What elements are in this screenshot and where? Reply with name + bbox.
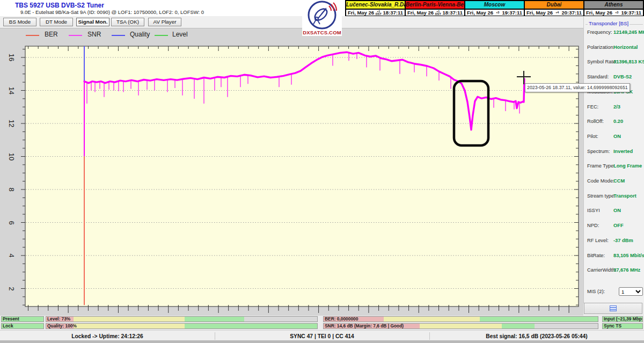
field-value: Long Frame [613,163,642,169]
legend-line-level [155,35,168,36]
clock-date: Fri, May 26 [467,10,493,16]
transponder-row-fec: FEC:2/3 [584,104,644,112]
satellite-dish-icon [307,1,337,30]
dxsatcs-logo: DXSATCS.COM [302,0,342,36]
clock-city-label: Dubai [525,1,583,9]
field-label: RF Level: [587,238,609,243]
status-bar: Locked -> Uptime: 24:12:26 SYNC 47 | TEI… [0,330,644,343]
lock-indicator: Lock [1,323,44,329]
tab-dt-mode[interactable]: DT Mode [40,18,73,26]
field-value: OFF [613,223,624,228]
field-label: Polarization: [587,45,614,50]
transponder-row-spectrum: Spectrum:Inverted [584,149,644,156]
tab-signal-mon-[interactable]: Signal Mon. [76,18,109,26]
clock-time: Fri, May 26+1DST18:37:11 [406,9,464,16]
field-label: RollOff: [587,119,604,124]
transponder-row-rolloff: RollOff:0.20 [584,119,644,126]
field-value: ON [613,208,621,213]
clock-date: Fri, May 26 [526,10,553,16]
signal-meters: PresentLockLevel: 73%Quality: 100%BER: 0… [0,316,644,330]
clock-time: Fri, May 26+1DST18:37:11 [346,9,405,16]
legend-line-ber [26,35,39,36]
sync-status: SYNC 47 | TEI 0 | CC 414 [215,332,429,341]
snr-bar: SNR: 14,6 dB (Margin: 7,6 dB | Good) [323,323,598,329]
logo-text: DXSATCS.COM [302,30,342,35]
legend-label-level: Level [172,31,188,39]
clock-city-label: Berlin-Paris-Vienna-Belgrade [406,1,464,9]
snr-plot-area[interactable] [25,46,579,315]
transponder-header: Transponder [BS] [588,20,630,26]
value-tooltip: 2023-05-26 18.37.11, value: 14,699999809… [525,83,630,92]
field-label: Frame Type: [587,163,615,169]
clock-hms: 18:37:11 [383,10,403,16]
timezone-offset: +1DST [435,10,441,15]
field-value: Transport [613,193,636,199]
clock-time: Fri, May 26+319:37:11 [465,9,524,16]
transponder-row-npd: NPD:OFF [584,223,644,230]
field-label: CarrierWidth: [587,267,617,273]
field-label: Code Mode: [587,178,614,184]
clock-column: Berlin-Paris-Vienna-BelgradeFri, May 26+… [405,1,464,16]
tab-bs-mode[interactable]: BS Mode [3,18,36,26]
field-label: BitRate: [587,253,605,258]
legend-label-snr: SNR [87,31,101,39]
legend-line-snr [69,35,82,36]
window-title: TBS 5927 USB DVB-S2 Tuner [15,2,104,9]
field-value: CCM [613,178,625,184]
clock-date: Fri, May 26 [407,10,434,16]
clock-date: Fri, May 26 [348,10,374,16]
quality-bar: Quality: 100% [46,323,318,329]
y-tick-label: 16 [7,49,16,65]
y-tick-label: 4 [7,247,16,264]
transponder-row-streamtype: Stream type:Transport [584,193,644,201]
transponder-row-frequency: Frequency:12149,245 MHz [584,30,644,37]
stream-list-button[interactable] [584,303,642,314]
world-clocks: Lučenec-Slovakia_R.DávidFri, May 26+1DST… [345,0,644,17]
y-tick-label: 14 [7,83,16,99]
field-value: 37,676 MHz [613,267,640,273]
field-value: Inverted [613,149,633,154]
field-value: 0.20 [613,119,623,124]
field-label: Standard: [587,74,609,79]
field-value: Horizontal [613,45,638,50]
transponder-row-pilot: Pilot:ON [584,134,644,141]
clock-time: Fri, May 26+420:37:11 [525,9,583,16]
timezone-offset: +4 [555,11,559,14]
clock-hms: 20:37:11 [561,10,582,16]
tab-tsa-ok-[interactable]: TSA (OK) [111,18,144,26]
tab-bar: BS ModeDT ModeSignal Mon.TSA (OK)AV Play… [0,16,583,28]
tab-av-player[interactable]: AV Player [148,18,181,26]
timezone-offset: +3 [496,11,499,14]
mis-dropdown[interactable]: 1 [619,287,643,296]
clock-time: Fri, May 26+319:37:11 [584,9,643,16]
list-icon [610,305,617,311]
transponder-row-standard: Standard:DVB-S2 [584,74,644,82]
clock-column: DubaiFri, May 26+420:37:11 [524,1,583,16]
y-tick-label: 6 [7,215,16,231]
clock-city-label: Lučenec-Slovakia_R.Dávid [346,1,405,9]
transponder-sidebar: Transponder [BS] Frequency:12149,245 MHz… [583,16,644,303]
transponder-row-carrierwidth: CarrierWidth:37,676 MHz [584,267,644,275]
field-value: ON [613,134,621,139]
clock-column: Lučenec-Slovakia_R.DávidFri, May 26+1DST… [346,1,405,16]
mis-label: MIS (2): [587,289,605,294]
input-indicator: Input (~21,39 Mbps) [602,316,643,322]
transponder-row-issyi: ISSYION [584,208,644,215]
timezone-offset: +1DST [376,10,382,15]
transponder-row-codemode: Code Mode:CCM [584,178,644,186]
field-label: Spectrum: [587,149,610,154]
y-tick-label: 12 [7,115,16,132]
app-window: TBS 5927 USB DVB-S2 Tuner 9.0E - Eutelsa… [0,0,644,343]
syncts-indicator: Sync TS [602,323,643,329]
y-tick-label: 10 [7,149,16,165]
legend-line-quality [112,35,125,36]
field-value: 12149,245 MHz [613,30,644,35]
timezone-offset: +3 [615,11,618,14]
transponder-row-symbolrate: Symbol Rate:31396,813 KS/s [584,59,644,67]
field-value: -37 dBm [613,238,633,243]
legend-label-ber: BER [45,31,58,39]
clock-column: AthensFri, May 26+319:37:11 [583,1,643,16]
transponder-row-bitrate: BitRate:83,105 Mbit/s [584,253,644,260]
y-tick-label: 8 [7,181,16,198]
ber-bar: BER: 0,0000000 [323,316,598,322]
